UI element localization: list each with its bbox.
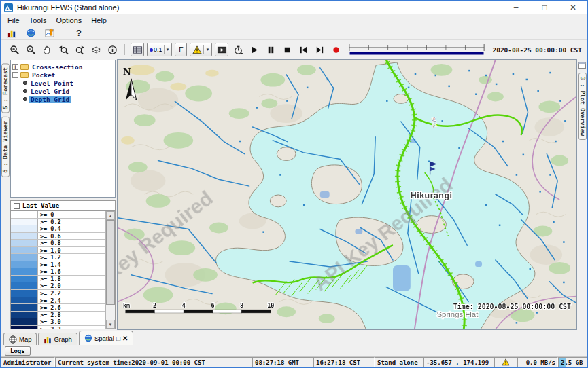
tab-data-viewer[interactable]: 6 : Data Viewer xyxy=(1,117,10,177)
spatial-map[interactable]: API Key Required API Key Required Hikura… xyxy=(117,59,577,330)
scroll-thumb[interactable] xyxy=(106,220,115,305)
legend-row: >= 0.8 xyxy=(11,240,105,247)
maximize-button[interactable] xyxy=(530,1,559,14)
warning-dropdown[interactable]: ▼ xyxy=(190,43,212,56)
tree-item-label: Pocket xyxy=(31,71,56,79)
zoom-out-button[interactable] xyxy=(24,43,37,56)
legend-swatch xyxy=(11,233,38,240)
threshold-dropdown[interactable]: 0.1 ▼ xyxy=(147,43,172,56)
wireframe-globe-icon xyxy=(9,335,17,344)
legend-row: >= 3.2 xyxy=(11,326,105,329)
main-area: 5 : Forecast 6 : Data Viewer Cross-secti… xyxy=(1,59,587,330)
status-user: Administrator xyxy=(1,357,55,367)
folder-icon xyxy=(20,64,29,70)
stop-button[interactable] xyxy=(280,43,294,56)
tab-graph[interactable]: Graph xyxy=(38,333,77,345)
scroll-down-icon[interactable] xyxy=(106,320,115,329)
zoom-next-button[interactable] xyxy=(73,43,86,56)
svg-text:8: 8 xyxy=(240,302,243,309)
menu-options[interactable]: Options xyxy=(52,16,86,25)
legend-swatch xyxy=(11,219,38,225)
tree-item-level-point[interactable]: Level Point xyxy=(12,79,114,87)
threshold-value: 0.1 xyxy=(154,46,162,53)
folder-icon xyxy=(20,72,29,78)
status-mode: Stand alone xyxy=(375,357,423,367)
legend-row: >= 2.0 xyxy=(11,282,105,290)
scroll-up-icon[interactable] xyxy=(106,211,115,220)
logs-row: Logs xyxy=(1,345,587,357)
legend-swatch xyxy=(11,225,38,232)
legend-swatch xyxy=(11,282,38,289)
menu-help[interactable]: Help xyxy=(87,16,111,25)
legend-scrollbar[interactable] xyxy=(105,211,115,329)
bottom-tab-bar: Map Graph Spatial xyxy=(1,330,587,345)
status-memory: 2.5 GB xyxy=(558,357,587,367)
legend-swatch xyxy=(11,297,38,304)
right-dock-strip: 3 : Plot Overview xyxy=(577,59,587,330)
tree-item-label: Depth Grid xyxy=(29,96,71,103)
zoom-in-button[interactable] xyxy=(7,43,21,56)
bar-chart-icon[interactable] xyxy=(5,26,18,39)
step-back-button[interactable] xyxy=(296,43,310,56)
legend-swatch xyxy=(11,276,38,282)
menu-bar: File Tools Options Help xyxy=(1,14,587,26)
layers-icon[interactable] xyxy=(89,43,103,56)
warning-icon xyxy=(502,358,510,366)
record-button[interactable] xyxy=(329,43,343,56)
town-label: Hikurangi xyxy=(411,191,453,200)
tab-maximize-icon[interactable] xyxy=(116,335,120,342)
status-warning[interactable] xyxy=(494,357,517,367)
info-button[interactable] xyxy=(105,43,119,56)
tab-spatial[interactable]: Spatial xyxy=(79,331,134,345)
status-coordinates: -35.657 , 174.199 xyxy=(423,357,494,367)
pan-hand-icon[interactable] xyxy=(40,43,54,56)
legend-swatch xyxy=(11,211,38,218)
zoom-previous-button[interactable] xyxy=(56,43,70,56)
animation-button[interactable] xyxy=(215,43,228,56)
tab-forecast[interactable]: 5 : Forecast xyxy=(1,63,10,113)
tab-plot-overview[interactable]: 3 : Plot Overview xyxy=(578,73,587,140)
grid-display-button[interactable] xyxy=(131,43,144,56)
legend-row: >= 1.4 xyxy=(11,261,105,269)
tree-item-pocket[interactable]: Pocket xyxy=(12,71,114,79)
tree-item-cross-section[interactable]: Cross-section xyxy=(12,62,114,71)
fews-logo-icon xyxy=(4,3,13,12)
minimize-button[interactable] xyxy=(502,1,530,14)
tab-map[interactable]: Map xyxy=(3,333,37,345)
tab-close-icon[interactable] xyxy=(122,335,128,342)
legend-swatch xyxy=(11,290,38,297)
collapse-icon[interactable] xyxy=(12,72,18,78)
legend-row: >= 2.6 xyxy=(11,304,105,312)
window-title: Hikurangi FEWS (Stand alone) xyxy=(17,3,119,12)
dock-window-icon[interactable] xyxy=(578,62,586,69)
close-button[interactable] xyxy=(559,1,587,14)
tree-item-depth-grid[interactable]: Depth Grid xyxy=(12,95,114,103)
tab-graph-label: Graph xyxy=(54,335,71,343)
menu-file[interactable]: File xyxy=(3,16,24,25)
step-forward-button[interactable] xyxy=(313,43,326,56)
logs-button[interactable]: Logs xyxy=(5,346,31,356)
timeline-slider[interactable] xyxy=(348,43,485,56)
status-system-time: Current system time:2020-09-01 00:00 CST xyxy=(55,357,252,367)
expand-icon[interactable] xyxy=(12,64,18,70)
globe-icon[interactable] xyxy=(24,26,37,39)
play-button[interactable] xyxy=(247,43,261,56)
legend-table: >= 0 >= 0.2 >= 0.4 >= 0.6 >= 0.8 >= 1.0 … xyxy=(10,211,116,329)
label-button[interactable]: E xyxy=(175,43,187,56)
tree-item-level-grid[interactable]: Level Grid xyxy=(12,87,114,95)
pause-button[interactable] xyxy=(264,43,277,56)
svg-text:km: km xyxy=(123,302,130,309)
tree-item-label: Level Point xyxy=(29,79,75,87)
legend-row: >= 1.2 xyxy=(11,254,105,261)
last-value-checkbox[interactable] xyxy=(14,203,20,209)
timer-button[interactable] xyxy=(231,43,245,56)
legend-row: >= 2.2 xyxy=(11,290,105,297)
threshold-dot-icon xyxy=(150,48,153,52)
left-dock-strip: 5 : Forecast 6 : Data Viewer xyxy=(1,59,10,330)
spatial-display-icon[interactable] xyxy=(43,26,56,39)
menu-tools[interactable]: Tools xyxy=(25,16,51,25)
status-bar: Administrator Current system time:2020-0… xyxy=(1,357,587,367)
status-local-time: 16:27:18 CST xyxy=(313,357,375,367)
help-button[interactable]: ? xyxy=(73,28,84,38)
node-bullet-icon xyxy=(23,89,27,93)
